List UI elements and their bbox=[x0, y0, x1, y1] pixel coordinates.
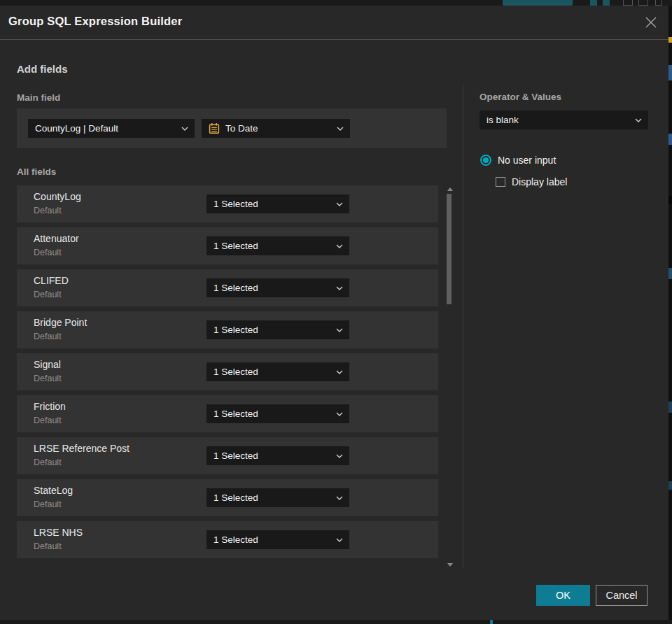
scrollbar-thumb[interactable] bbox=[447, 194, 451, 304]
background-toolbar-button bbox=[603, 0, 610, 6]
background-fragment bbox=[668, 481, 672, 490]
background-fragment bbox=[490, 620, 493, 624]
field-row: Signal Default 1 Selected bbox=[17, 353, 438, 390]
field-row: Bridge Point Default 1 Selected bbox=[17, 311, 438, 348]
field-row: CLIFED Default 1 Selected bbox=[17, 269, 438, 306]
no-user-input-radio-row[interactable]: No user input bbox=[480, 155, 556, 166]
field-row-subtitle: Default bbox=[34, 416, 62, 425]
field-row-name: Attenuator bbox=[34, 233, 79, 244]
field-row-subtitle: Default bbox=[34, 458, 62, 467]
app-background: Live view Group SQL Expression Builder bbox=[0, 0, 672, 624]
field-row: Attenuator Default 1 Selected bbox=[17, 227, 438, 264]
field-row-selected-value: 1 Selected bbox=[214, 409, 258, 419]
field-row-selected-dropdown[interactable]: 1 Selected bbox=[206, 530, 349, 549]
field-row-name: LRSE Reference Post bbox=[34, 443, 130, 454]
main-field-panel: CountyLog | Default To Date bbox=[17, 108, 447, 148]
display-label-checkbox-row[interactable]: Display label bbox=[496, 176, 567, 187]
group-sql-expression-builder-dialog: Group SQL Expression Builder Add fields … bbox=[0, 6, 668, 620]
field-row-selected-value: 1 Selected bbox=[214, 283, 258, 293]
scroll-up-icon[interactable] bbox=[447, 187, 453, 191]
all-fields-label: All fields bbox=[17, 166, 56, 177]
field-row-selected-dropdown[interactable]: 1 Selected bbox=[206, 446, 349, 465]
field-row-subtitle: Default bbox=[34, 206, 62, 215]
field-row-selected-dropdown[interactable]: 1 Selected bbox=[206, 488, 349, 507]
main-value-select[interactable]: To Date bbox=[202, 119, 350, 138]
background-fragment bbox=[668, 65, 672, 80]
chevron-down-icon bbox=[336, 328, 343, 332]
chevron-down-icon bbox=[181, 127, 188, 131]
field-row-name: CountyLog bbox=[34, 191, 81, 202]
chevron-down-icon bbox=[336, 370, 343, 374]
chevron-down-icon bbox=[336, 244, 343, 248]
chevron-down-icon bbox=[336, 538, 343, 542]
chevron-down-icon bbox=[337, 127, 344, 131]
radio-selected-icon[interactable] bbox=[480, 155, 491, 166]
field-row-subtitle: Default bbox=[34, 290, 62, 299]
field-row-subtitle: Default bbox=[34, 332, 62, 341]
chevron-down-icon bbox=[336, 202, 343, 206]
main-value-select-value: To Date bbox=[225, 123, 258, 134]
field-row: LRSE NHS Default 1 Selected bbox=[17, 521, 438, 558]
field-row-name: Bridge Point bbox=[34, 317, 87, 328]
add-fields-heading: Add fields bbox=[17, 63, 68, 75]
field-row-selected-value: 1 Selected bbox=[214, 367, 258, 377]
field-row-name: CLIFED bbox=[34, 275, 69, 286]
operator-select[interactable]: is blank bbox=[479, 111, 648, 129]
background-toolbar-button bbox=[655, 0, 662, 6]
field-row-selected-value: 1 Selected bbox=[214, 325, 258, 335]
cancel-button[interactable]: Cancel bbox=[596, 585, 648, 606]
field-row-selected-value: 1 Selected bbox=[214, 199, 258, 209]
field-row-subtitle: Default bbox=[34, 499, 62, 509]
main-field-select[interactable]: CountyLog | Default bbox=[28, 119, 195, 138]
live-view-button[interactable]: Live view bbox=[503, 0, 573, 6]
field-row-selected-dropdown[interactable]: 1 Selected bbox=[206, 362, 349, 381]
operator-select-value: is blank bbox=[486, 115, 519, 125]
close-icon[interactable] bbox=[643, 14, 659, 31]
background-fragment bbox=[668, 134, 672, 145]
background-toolbar-button bbox=[590, 0, 597, 6]
field-row-selected-dropdown[interactable]: 1 Selected bbox=[206, 278, 349, 297]
field-row-name: Signal bbox=[34, 359, 61, 370]
calendar-icon bbox=[209, 122, 220, 134]
checkbox-unchecked-icon[interactable] bbox=[496, 177, 505, 187]
background-app-top-strip: Live view bbox=[0, 0, 672, 6]
column-divider bbox=[463, 84, 463, 568]
main-field-select-value: CountyLog | Default bbox=[35, 123, 118, 134]
ok-button[interactable]: OK bbox=[536, 585, 590, 606]
background-fragment bbox=[668, 196, 672, 204]
no-user-input-label: No user input bbox=[498, 155, 556, 166]
scroll-down-icon[interactable] bbox=[447, 563, 453, 567]
main-field-label: Main field bbox=[17, 92, 60, 103]
field-row-selected-dropdown[interactable]: 1 Selected bbox=[206, 320, 349, 339]
field-row-subtitle: Default bbox=[34, 248, 62, 257]
live-view-label: Live view bbox=[518, 0, 550, 1]
chevron-down-icon bbox=[336, 286, 343, 290]
field-row: StateLog Default 1 Selected bbox=[17, 479, 438, 516]
field-row: CountyLog Default 1 Selected bbox=[17, 185, 438, 222]
field-row-selected-dropdown[interactable]: 1 Selected bbox=[206, 236, 349, 255]
list-scrollbar[interactable] bbox=[446, 185, 456, 569]
field-row: Friction Default 1 Selected bbox=[17, 395, 438, 432]
field-row-selected-dropdown[interactable]: 1 Selected bbox=[206, 194, 349, 213]
chevron-down-icon bbox=[336, 454, 343, 458]
field-row-subtitle: Default bbox=[34, 541, 62, 551]
background-toolbar-button bbox=[623, 0, 633, 6]
background-fragment bbox=[668, 402, 672, 413]
field-row-name: StateLog bbox=[34, 485, 73, 496]
background-fragment bbox=[668, 37, 672, 43]
chevron-down-icon bbox=[336, 412, 343, 416]
field-row-selected-value: 1 Selected bbox=[214, 451, 258, 461]
background-fragment bbox=[668, 268, 672, 279]
background-toolbar-button bbox=[638, 0, 648, 6]
field-row: LRSE Reference Post Default 1 Selected bbox=[17, 437, 438, 474]
chevron-down-icon bbox=[635, 118, 642, 122]
field-row-selected-value: 1 Selected bbox=[214, 534, 258, 545]
field-row-selected-dropdown[interactable]: 1 Selected bbox=[206, 404, 349, 423]
background-app-bottom-strip bbox=[0, 620, 672, 624]
operator-values-label: Operator & Values bbox=[479, 92, 561, 102]
chevron-down-icon bbox=[336, 496, 343, 500]
dialog-title: Group SQL Expression Builder bbox=[8, 15, 182, 28]
field-row-name: LRSE NHS bbox=[34, 527, 83, 538]
display-label-label: Display label bbox=[512, 176, 567, 187]
dialog-header: Group SQL Expression Builder bbox=[0, 6, 668, 40]
